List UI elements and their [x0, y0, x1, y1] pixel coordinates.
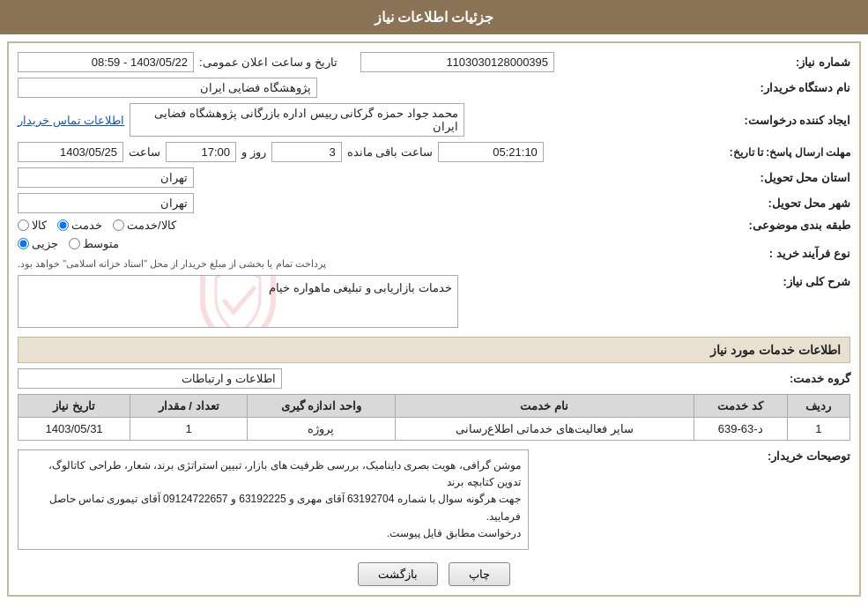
- deadline-remaining-label: ساعت باقی مانده: [347, 145, 433, 159]
- purchase-note: پرداخت تمام یا بخشی از مبلغ خریدار از مح…: [18, 258, 326, 270]
- need-number-label: شماره نیاز:: [718, 56, 850, 69]
- general-desc-row: شرح کلی نیاز: خدمات بازاریابی و تبلیغی م…: [18, 275, 850, 328]
- radio-goods-item[interactable]: کالا: [18, 219, 47, 232]
- buyer-desc-text: موشن گرافی، هویت بصری داینامیک، بررسی ظر…: [48, 459, 521, 539]
- province-row: استان محل تحویل: تهران: [18, 167, 850, 188]
- deadline-label: مهلت ارسال پاسخ: تا تاریخ:: [718, 146, 850, 159]
- radio-partial-label: جزیی: [32, 237, 58, 250]
- buyer-org-input: پژوهشگاه فضایی ایران: [18, 78, 317, 98]
- city-row: شهر محل تحویل: تهران: [18, 193, 850, 213]
- service-table: ردیف کد خدمت نام خدمت واحد اندازه گیری ت…: [18, 394, 850, 441]
- general-desc-value-area: خدمات بازاریابی و تبلیغی ماهواره خیام: [18, 275, 718, 328]
- service-group-label: گروه خدمت:: [718, 372, 850, 385]
- service-group-input: اطلاعات و ارتباطات: [18, 368, 282, 389]
- service-group-value-area: اطلاعات و ارتباطات: [18, 368, 718, 389]
- radio-goods-label: کالا: [32, 219, 47, 232]
- table-cell-qty: 1: [130, 418, 248, 441]
- col-header-date: تاریخ نیاز: [19, 395, 130, 418]
- need-number-row: شماره نیاز: 1103030128000395 تاریخ و ساع…: [18, 52, 850, 72]
- city-input: تهران: [18, 193, 194, 213]
- button-row: چاپ بازگشت: [18, 562, 850, 586]
- radio-medium-label: متوسط: [83, 237, 119, 250]
- deadline-time-label: ساعت: [129, 145, 160, 159]
- category-label: طبقه بندی موضوعی:: [718, 219, 850, 232]
- radio-goods-service-label: کالا/خدمت: [127, 219, 176, 232]
- deadline-time-input: 17:00: [166, 142, 236, 162]
- table-cell-unit: پروژه: [248, 418, 396, 441]
- buyer-desc-label: توصیحات خریدار:: [718, 449, 850, 463]
- radio-goods[interactable]: [18, 219, 29, 231]
- category-row: طبقه بندی موضوعی: کالا/خدمت خدمت کالا: [18, 219, 850, 232]
- creator-input: محمد جواد حمزه گرکانی رییس اداره بازرگان…: [130, 103, 464, 137]
- table-cell-date: 1403/05/31: [19, 418, 130, 441]
- radio-partial-item[interactable]: جزیی: [18, 237, 58, 250]
- radio-service-item[interactable]: خدمت: [57, 219, 102, 232]
- province-label: استان محل تحویل:: [718, 171, 850, 184]
- col-header-code: کد خدمت: [694, 395, 787, 418]
- page-wrapper: جزئیات اطلاعات نیاز شماره نیاز: 11030301…: [0, 0, 868, 609]
- buyer-org-label: نام دستگاه خریدار:: [718, 81, 850, 94]
- deadline-day-label: روز و: [241, 145, 266, 159]
- back-button[interactable]: بازگشت: [358, 562, 438, 586]
- deadline-value-area: 05:21:10 ساعت باقی مانده 3 روز و 17:00 س…: [18, 142, 718, 162]
- col-header-row: ردیف: [787, 395, 849, 418]
- deadline-date-input: 1403/05/25: [18, 142, 123, 162]
- buyer-desc-value-area: موشن گرافی، هویت بصری داینامیک، بررسی ظر…: [18, 449, 718, 550]
- province-value-area: تهران: [18, 167, 718, 188]
- radio-partial[interactable]: [18, 238, 29, 249]
- page-title: جزئیات اطلاعات نیاز: [375, 10, 494, 25]
- purchase-type-value-area: متوسط جزیی پرداخت تمام یا بخشی از مبلغ خ…: [18, 237, 718, 270]
- radio-goods-service-item[interactable]: کالا/خدمت: [113, 219, 176, 232]
- col-header-unit: واحد اندازه گیری: [248, 395, 396, 418]
- province-input: تهران: [18, 167, 194, 188]
- radio-medium-item[interactable]: متوسط: [69, 237, 119, 250]
- announce-date-input: 1403/05/22 - 08:59: [18, 52, 194, 72]
- table-row: 1د-63-639سایر فعالیت‌های خدماتی اطلاع‌رس…: [19, 418, 850, 441]
- service-group-row: گروه خدمت: اطلاعات و ارتباطات: [18, 368, 850, 389]
- print-button[interactable]: چاپ: [449, 562, 510, 586]
- deadline-days-input: 3: [271, 142, 342, 162]
- announce-date-label: تاریخ و ساعت اعلان عمومی:: [199, 56, 338, 69]
- city-value-area: تهران: [18, 193, 718, 213]
- col-header-qty: تعداد / مقدار: [130, 395, 248, 418]
- radio-service[interactable]: [57, 219, 69, 231]
- need-number-input: 1103030128000395: [360, 52, 554, 72]
- table-cell-row: 1: [787, 418, 849, 441]
- buyer-org-row: نام دستگاه خریدار: پژوهشگاه فضایی ایران: [18, 78, 850, 98]
- need-number-value-area: 1103030128000395 تاریخ و ساعت اعلان عموم…: [18, 52, 718, 72]
- service-info-header: اطلاعات خدمات مورد نیاز: [18, 337, 850, 363]
- creator-value-area: محمد جواد حمزه گرکانی رییس اداره بازرگان…: [18, 103, 718, 137]
- radio-medium[interactable]: [69, 238, 80, 249]
- buyer-desc-row: توصیحات خریدار: موشن گرافی، هویت بصری دا…: [18, 449, 850, 550]
- buyer-desc-box: موشن گرافی، هویت بصری داینامیک، بررسی ظر…: [18, 449, 529, 550]
- main-content: شماره نیاز: 1103030128000395 تاریخ و ساع…: [7, 41, 861, 597]
- general-desc-label: شرح کلی نیاز:: [718, 275, 850, 288]
- deadline-row: مهلت ارسال پاسخ: تا تاریخ: 05:21:10 ساعت…: [18, 142, 850, 162]
- radio-goods-service[interactable]: [113, 219, 124, 231]
- creator-contact-link[interactable]: اطلاعات تماس خریدار: [18, 114, 124, 127]
- general-desc-box: خدمات بازاریابی و تبلیغی ماهواره خیام: [18, 275, 458, 328]
- table-cell-name: سایر فعالیت‌های خدماتی اطلاع‌رسانی: [395, 418, 694, 441]
- buyer-org-value-area: پژوهشگاه فضایی ایران: [18, 78, 718, 98]
- purchase-type-row: نوع فرآیند خرید : متوسط جزیی پرداخت تمام…: [18, 237, 850, 270]
- category-value-area: کالا/خدمت خدمت کالا: [18, 219, 718, 232]
- deadline-remaining-input: 05:21:10: [438, 142, 544, 162]
- city-label: شهر محل تحویل:: [718, 197, 850, 210]
- radio-service-label: خدمت: [71, 219, 102, 232]
- page-header: جزئیات اطلاعات نیاز: [0, 0, 868, 34]
- creator-label: ایجاد کننده درخواست:: [718, 114, 850, 127]
- purchase-type-label: نوع فرآیند خرید :: [718, 247, 850, 260]
- purchase-type-radio-group: متوسط جزیی: [18, 237, 119, 250]
- category-radio-group: کالا/خدمت خدمت کالا: [18, 219, 176, 232]
- col-header-name: نام خدمت: [395, 395, 694, 418]
- general-desc-text: خدمات بازاریابی و تبلیغی ماهواره خیام: [269, 281, 452, 294]
- creator-row: ایجاد کننده درخواست: محمد جواد حمزه گرکا…: [18, 103, 850, 137]
- table-cell-code: د-63-639: [694, 418, 787, 441]
